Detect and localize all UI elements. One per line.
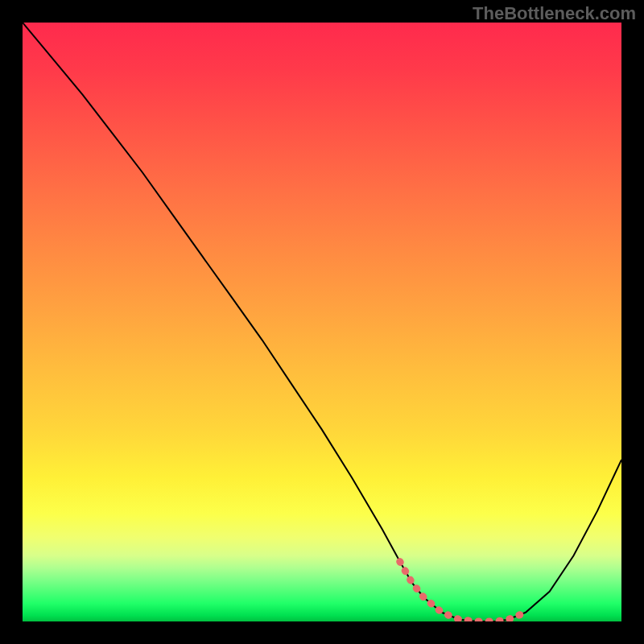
chart-container: TheBottleneck.com (0, 0, 644, 644)
highlight-segment (400, 562, 526, 621)
plot-area (23, 23, 621, 621)
bottleneck-curve (23, 23, 621, 621)
curve-layer (23, 23, 621, 621)
watermark-text: TheBottleneck.com (473, 3, 636, 24)
